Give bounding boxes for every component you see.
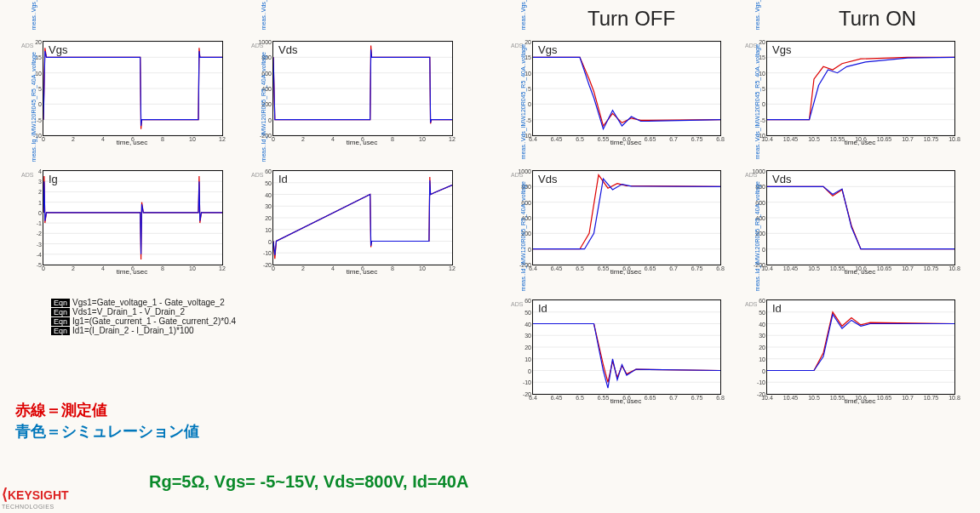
y-tick: -10 (263, 250, 273, 256)
chart-vds_on: Vds-2000200400600800100010.410.4510.510.… (766, 170, 954, 264)
plot-area: Vgs-10-5051015206.46.456.56.556.66.656.7… (532, 41, 721, 136)
legend-red: 赤線＝測定値 (15, 400, 107, 420)
y-tick: 60 (759, 298, 767, 304)
ads-tag: ADS (251, 43, 263, 48)
y-tick: -4 (37, 251, 43, 257)
y-tick: 20 (524, 345, 533, 351)
series-measured (533, 324, 720, 383)
plot-svg (767, 171, 954, 265)
chart-vgs_on: Vgs-10-50510152010.410.4510.510.5510.610… (766, 41, 954, 134)
y-tick: 40 (265, 191, 273, 197)
y-tick: -10 (757, 379, 767, 385)
plot-area: Vds-200020040060080010006.46.456.56.556.… (532, 170, 721, 265)
plot-svg (273, 171, 452, 265)
x-axis-label: time, usec (766, 397, 954, 405)
y-axis-label: meas..Id_IMW120R045_R5_40A..voltage (754, 181, 760, 291)
plot-svg (43, 171, 222, 265)
plot-svg (533, 171, 720, 265)
header-turn-off: Turn OFF (587, 7, 675, 31)
chart-vgs_full: Vgs-10-505101520024681012ADSmeas..Vgs_IM… (43, 41, 221, 134)
page: { "headers":{"turn_off":"Turn OFF","turn… (0, 0, 980, 513)
chart-id_full: Id-20-100102030405060024681012ADSmeas..I… (272, 170, 451, 264)
plot-area: Id-20-10010203040506010.410.4510.510.551… (766, 299, 955, 395)
plot-area: Id-20-1001020304050606.46.456.56.556.66.… (532, 299, 721, 395)
y-tick: -5 (37, 117, 43, 123)
brand-logo: ⟨KEYSIGHT TECHNOLOGIES (2, 485, 69, 510)
chart-ig_full: Ig-5-4-3-2-101234024681012ADSmeas..Ig_IM… (43, 170, 221, 264)
x-axis-label: time, usec (766, 139, 954, 146)
x-axis-label: time, usec (532, 139, 719, 146)
y-tick: -3 (37, 241, 43, 247)
series-sim (533, 179, 720, 249)
ads-tag: ADS (745, 172, 757, 178)
y-tick: -5 (760, 117, 767, 123)
ads-tag: ADS (21, 43, 33, 48)
plot-area: Vgs-10-50510152010.410.4510.510.5510.610… (766, 41, 955, 136)
y-tick: 30 (524, 333, 533, 339)
chart-vgs_off: Vgs-10-5051015206.46.456.56.556.66.656.7… (532, 41, 719, 134)
x-axis-label: time, usec (272, 139, 451, 146)
x-axis-label: time, usec (272, 268, 451, 276)
y-tick: 10 (265, 226, 273, 232)
y-axis-label: meas..Id_IMW120R045_R5_40A..voltage (520, 181, 526, 291)
ads-tag: ADS (21, 172, 33, 178)
plot-area: Vgs-10-505101520024681012 (43, 41, 223, 136)
series-sim (533, 324, 720, 389)
y-axis-label: meas..Vgs_IMW120R045_R5_40A..voltage (31, 0, 37, 30)
y-tick: 60 (265, 168, 273, 174)
y-axis-label: meas..Vds_IMW120R045_R5_40A..voltage (520, 44, 526, 159)
x-axis-label: time, usec (766, 268, 954, 276)
y-tick: 50 (524, 309, 533, 315)
conditions-text: Rg=5Ω, Vgs= -5~15V, Vds=800V, Id=40A (149, 472, 468, 492)
ads-tag: ADS (511, 172, 523, 178)
y-tick: 30 (759, 333, 767, 339)
chart-id_on: Id-20-10010203040506010.410.4510.510.551… (766, 299, 954, 393)
y-tick: 40 (759, 321, 767, 327)
ads-tag: ADS (745, 301, 757, 307)
plot-svg (43, 42, 222, 135)
series-measured (43, 176, 222, 259)
ads-tag: ADS (511, 301, 523, 307)
ads-tag: ADS (251, 172, 263, 178)
x-axis-label: time, usec (43, 268, 221, 276)
y-axis-label: meas..Vds_IMW120R045_R5_40A..voltage (261, 0, 266, 30)
plot-area: Ig-5-4-3-2-101234024681012 (43, 170, 223, 265)
y-tick: -1 (37, 220, 43, 226)
plot-svg (533, 300, 720, 394)
y-tick: 50 (759, 309, 767, 315)
y-tick: -2 (37, 231, 43, 237)
series-measured (533, 57, 720, 126)
y-axis-label: meas..Vds_IMW120R045_R5_40A..voltage (754, 44, 760, 159)
equation-line: EqnId1=(I_Drain_2 - I_Drain_1)*100 (51, 326, 236, 335)
plot-area: Vds-20002004006008001000024681012 (272, 41, 453, 136)
y-tick: 50 (265, 180, 273, 185)
plot-svg (273, 42, 452, 135)
y-tick: 30 (265, 203, 273, 209)
x-axis-label: time, usec (532, 268, 719, 276)
legend-blue: 青色＝シミュレーション値 (15, 421, 199, 442)
equation-line: EqnIg1=(Gate_current_1 - Gate_current_2)… (51, 316, 236, 326)
plot-svg (533, 42, 720, 135)
plot-area: Vds-2000200400600800100010.410.4510.510.… (766, 170, 955, 265)
y-tick: 20 (759, 345, 767, 351)
series-sim (533, 57, 720, 128)
y-axis-label: meas..Ig_IMW120R045_R5_40A..voltage (31, 52, 37, 162)
plot-area: Id-20-100102030405060024681012 (272, 170, 453, 265)
y-tick: 20 (265, 215, 273, 221)
chart-vds_full: Vds-20002004006008001000024681012ADSmeas… (272, 41, 451, 134)
series-sim (43, 181, 222, 254)
plot-svg (767, 42, 954, 135)
y-tick: 20 (35, 39, 43, 45)
y-axis-label: meas..Id_IMW120R045_R5_40A..voltage (261, 52, 266, 162)
equation-block: EqnVgs1=Gate_voltage_1 - Gate_voltage_2E… (51, 298, 236, 335)
y-axis-label: meas..Vgs_IMW120R045_R5_40A..voltage (754, 0, 760, 30)
equation-line: EqnVds1=V_Drain_1 - V_Drain_2 (51, 307, 236, 316)
y-tick: 10 (759, 356, 767, 362)
series-measured (767, 312, 954, 371)
chart-id_off: Id-20-1001020304050606.46.456.56.556.66.… (532, 299, 719, 393)
series-sim (767, 315, 954, 371)
y-tick: -5 (526, 117, 533, 123)
plot-svg (767, 300, 954, 394)
chart-vds_off: Vds-200020040060080010006.46.456.56.556.… (532, 170, 719, 264)
series-sim (273, 49, 452, 123)
